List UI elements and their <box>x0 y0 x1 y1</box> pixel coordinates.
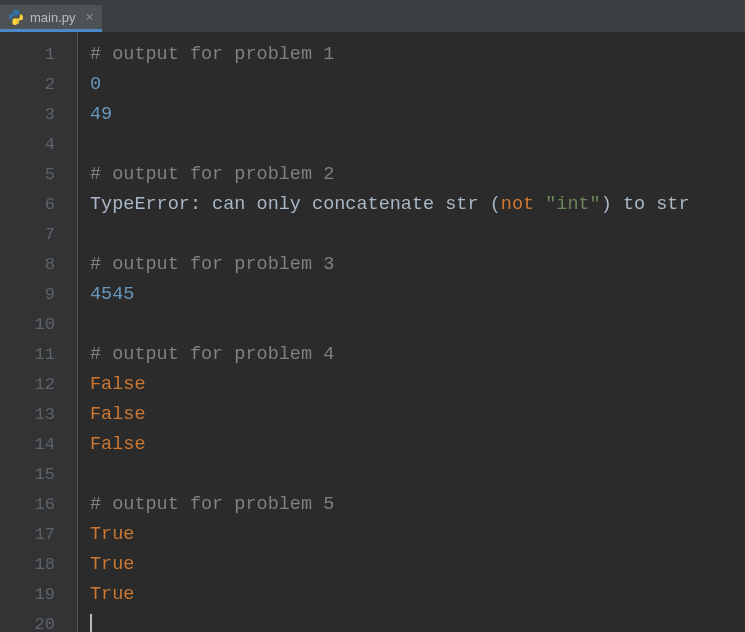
tab-filename: main.py <box>30 10 76 25</box>
tab-bar: main.py × <box>0 5 745 32</box>
code-token: False <box>90 404 146 425</box>
code-line[interactable]: 0 <box>90 70 745 100</box>
code-token: False <box>90 374 146 395</box>
code-token: TypeError: can only concatenate str ( <box>90 194 501 215</box>
line-number: 2 <box>0 70 77 100</box>
code-token: 49 <box>90 104 112 125</box>
code-token: # output for problem 1 <box>90 44 334 65</box>
code-token: "int" <box>545 194 601 215</box>
code-line[interactable]: # output for problem 3 <box>90 250 745 280</box>
code-token: # output for problem 4 <box>90 344 334 365</box>
code-line[interactable] <box>90 130 745 160</box>
line-number: 15 <box>0 460 77 490</box>
line-number: 14 <box>0 430 77 460</box>
line-number: 5 <box>0 160 77 190</box>
line-number-gutter: 1234567891011121314151617181920 <box>0 32 78 632</box>
code-line[interactable]: 49 <box>90 100 745 130</box>
code-line[interactable]: # output for problem 5 <box>90 490 745 520</box>
line-number: 13 <box>0 400 77 430</box>
code-line[interactable]: TypeError: can only concatenate str (not… <box>90 190 745 220</box>
code-line[interactable]: True <box>90 580 745 610</box>
code-token: ) to str <box>601 194 690 215</box>
code-token: # output for problem 3 <box>90 254 334 275</box>
code-line[interactable] <box>90 310 745 340</box>
code-token: False <box>90 434 146 455</box>
close-icon[interactable]: × <box>86 10 94 24</box>
code-line[interactable]: False <box>90 430 745 460</box>
code-line[interactable]: True <box>90 520 745 550</box>
text-caret <box>90 614 92 632</box>
line-number: 1 <box>0 40 77 70</box>
line-number: 6 <box>0 190 77 220</box>
line-number: 10 <box>0 310 77 340</box>
line-number: 3 <box>0 100 77 130</box>
code-token: True <box>90 584 134 605</box>
code-line[interactable] <box>90 610 745 632</box>
code-line[interactable]: # output for problem 4 <box>90 340 745 370</box>
line-number: 9 <box>0 280 77 310</box>
code-line[interactable]: False <box>90 400 745 430</box>
code-token: # output for problem 5 <box>90 494 334 515</box>
line-number: 16 <box>0 490 77 520</box>
line-number: 12 <box>0 370 77 400</box>
code-token: True <box>90 524 134 545</box>
code-content[interactable]: # output for problem 1049# output for pr… <box>78 32 745 632</box>
line-number: 18 <box>0 550 77 580</box>
code-token: 4545 <box>90 284 134 305</box>
code-line[interactable]: # output for problem 1 <box>90 40 745 70</box>
line-number: 11 <box>0 340 77 370</box>
line-number: 17 <box>0 520 77 550</box>
code-line[interactable]: # output for problem 2 <box>90 160 745 190</box>
code-token: 0 <box>90 74 101 95</box>
code-token: # output for problem 2 <box>90 164 334 185</box>
code-line[interactable]: 4545 <box>90 280 745 310</box>
file-tab-main-py[interactable]: main.py × <box>0 5 102 32</box>
code-line[interactable] <box>90 460 745 490</box>
code-line[interactable] <box>90 220 745 250</box>
editor-area: 1234567891011121314151617181920 # output… <box>0 32 745 632</box>
python-file-icon <box>8 9 24 25</box>
line-number: 4 <box>0 130 77 160</box>
line-number: 7 <box>0 220 77 250</box>
code-token: not <box>501 194 545 215</box>
line-number: 19 <box>0 580 77 610</box>
line-number: 8 <box>0 250 77 280</box>
line-number: 20 <box>0 610 77 632</box>
code-token: True <box>90 554 134 575</box>
code-line[interactable]: False <box>90 370 745 400</box>
code-line[interactable]: True <box>90 550 745 580</box>
